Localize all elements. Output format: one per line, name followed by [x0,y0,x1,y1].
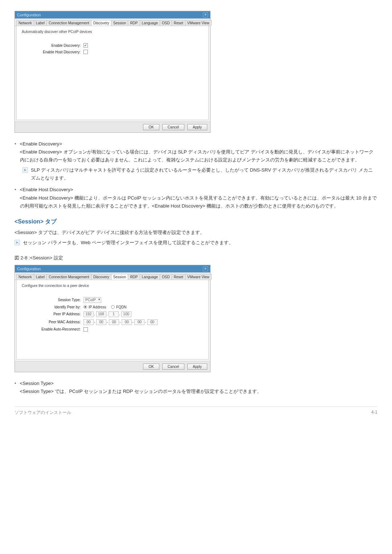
apply-button[interactable]: Apply [187,124,207,130]
tab-osd[interactable]: OSD [160,20,172,26]
peer-ip-octet-4[interactable]: 100 [121,311,131,317]
ok-button[interactable]: OK [143,124,159,130]
document-body: <Enable Discovery> <Enable Discovery> オプ… [15,140,377,261]
document-body-2: <Session Type> <Session Type> では、PCoIP セ… [15,379,377,395]
peer-mac-1[interactable]: 00 [83,319,94,325]
tab-rdp[interactable]: RDP [128,20,140,26]
session-heading: <Session> タブ [15,218,377,226]
dialog-footer: OK Cancel Apply [15,361,210,372]
panel-description: Automatically discover other PCoIP devic… [22,30,203,34]
enable-discovery-checkbox[interactable]: ✔ [83,43,88,48]
tab-language[interactable]: Language [140,274,160,280]
tab-discovery[interactable]: Discovery [91,20,111,26]
tab-network[interactable]: Network [16,274,34,280]
figure-caption: 図 2-8 :<Session> 設定 [15,255,377,261]
configuration-dialog-discovery: Configuration × Network Label Connection… [15,11,211,133]
note-slp: SLP ディスカバリはマルチキャストを許可するように設定されているルーターを必要… [23,166,377,182]
radio-fqdn-label: FQDN [116,305,126,309]
note-text: セッション パラメータも、Web ページ管理インターフェイスを使用して設定するこ… [23,239,233,247]
tab-language[interactable]: Language [140,20,160,26]
session-type-paragraph: <Session Type> では、PCoIP セッションまたは RDP セッシ… [20,387,262,395]
cancel-button[interactable]: Cancel [162,124,184,130]
peer-ip-octet-2[interactable]: 168 [96,311,106,317]
apply-button[interactable]: Apply [187,364,207,370]
footer-right: 4-1 [371,410,377,416]
tab-label[interactable]: Label [34,20,47,26]
tab-rdp[interactable]: RDP [128,274,140,280]
note-icon [15,240,20,245]
configuration-dialog-session: Configuration × Network Label Connection… [15,265,211,372]
cancel-button[interactable]: Cancel [162,364,184,370]
dialog-tabs: Network Label Connection Management Disc… [15,272,210,280]
session-paragraph: <Session> タブでは、デバイスがピア デバイスに接続する方法を管理者が設… [15,229,377,237]
term-session-type: <Session Type> [20,379,262,387]
dialog-tabs: Network Label Connection Management Disc… [15,19,210,26]
radio-dot-icon [83,305,87,309]
session-type-dropdown[interactable]: PCoIP [83,297,101,303]
tab-vmware-view[interactable]: VMware View [185,274,212,280]
dialog-title: Configuration [17,267,41,271]
radio-ip-address[interactable]: IP Address [83,305,106,309]
footer-left: ソフトウェアのインストール [15,410,71,416]
tab-session[interactable]: Session [111,20,128,26]
tab-label[interactable]: Label [34,274,47,280]
peer-mac-3[interactable]: 00 [109,319,119,325]
term-enable-host-discovery: <Enable Host Discovery> [20,186,377,194]
note-text: SLP ディスカバリはマルチキャストを許可するように設定されているルーターを必要… [31,166,377,182]
dialog-titlebar: Configuration × [15,11,210,19]
peer-mac-label: Peer MAC Address: [22,320,83,324]
term-enable-discovery: <Enable Discovery> [20,140,377,148]
panel-description: Configure the connection to a peer devic… [22,284,203,288]
tab-reset[interactable]: Reset [172,274,185,280]
dialog-title: Configuration [17,13,41,17]
tab-network[interactable]: Network [16,20,34,26]
enable-host-discovery-label: Enable Host Discovery: [22,50,83,54]
close-icon[interactable]: × [203,266,208,271]
enable-host-discovery-checkbox[interactable] [83,50,88,54]
peer-ip-octet-3[interactable]: 1 [109,311,119,317]
identify-peer-label: Identify Peer by: [22,305,83,309]
tab-connection-management[interactable]: Connection Management [46,20,91,26]
auto-reconnect-checkbox[interactable] [83,327,88,332]
session-type-label: Session Type: [22,298,83,302]
peer-ip-label: Peer IP Address: [22,312,83,316]
tab-session[interactable]: Session [111,274,128,280]
enable-discovery-label: Enable Discovery: [22,44,83,48]
note-icon [23,167,28,173]
discovery-panel: Automatically discover other PCoIP devic… [16,26,209,120]
tab-osd[interactable]: OSD [160,274,172,280]
peer-mac-6[interactable]: 00 [147,319,158,325]
tab-vmware-view[interactable]: VMware View [185,20,212,26]
peer-mac-4[interactable]: 00 [122,319,132,325]
page-footer: ソフトウェアのインストール 4-1 [15,406,377,416]
note-session: セッション パラメータも、Web ページ管理インターフェイスを使用して設定するこ… [15,239,377,247]
session-panel: Configure the connection to a peer devic… [16,280,209,360]
peer-mac-2[interactable]: 00 [96,319,106,325]
tab-connection-management[interactable]: Connection Management [46,274,91,280]
enable-discovery-paragraph: <Enable Discovery> オプションが有効になっている場合には、デバ… [20,148,377,164]
tab-reset[interactable]: Reset [172,20,185,26]
radio-ip-label: IP Address [89,305,106,309]
enable-host-discovery-paragraph: <Enable Host Discovery> 機能により、ポータルは PCoI… [20,194,377,210]
peer-mac-5[interactable]: 00 [134,319,144,325]
radio-dot-icon [111,305,115,309]
dialog-titlebar: Configuration × [15,265,210,272]
radio-fqdn[interactable]: FQDN [111,305,126,309]
dialog-footer: OK Cancel Apply [15,122,210,132]
ok-button[interactable]: OK [143,364,159,370]
auto-reconnect-label: Enable Auto-Reconnect: [22,327,83,331]
tab-discovery[interactable]: Discovery [91,274,111,280]
close-icon[interactable]: × [203,12,208,17]
peer-ip-octet-1[interactable]: 192 [83,311,94,317]
